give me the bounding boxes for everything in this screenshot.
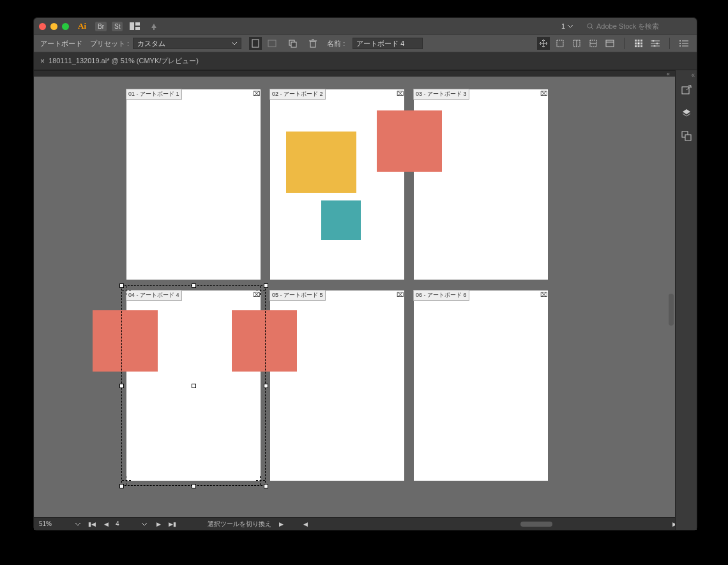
svg-rect-27 xyxy=(638,45,640,47)
control-bar: アートボード プリセット : カスタム 名前 : アートボード 4 xyxy=(34,34,697,52)
last-artboard-icon[interactable]: ▶▮ xyxy=(168,520,177,529)
panel-menu-icon[interactable] xyxy=(678,37,690,50)
extension-icon[interactable] xyxy=(147,19,161,33)
status-dropdown-icon[interactable]: ▶ xyxy=(277,520,285,529)
delete-artboard-icon[interactable] xyxy=(307,37,319,50)
svg-rect-3 xyxy=(153,27,155,30)
svg-rect-0 xyxy=(130,22,134,30)
selection-handle[interactable] xyxy=(192,484,196,488)
shape-yellowRect-0[interactable] xyxy=(286,132,356,193)
artboard-close-icon[interactable]: ⌧ xyxy=(253,292,259,298)
close-tab-icon[interactable]: × xyxy=(40,57,45,66)
artboard-1[interactable]: 01 - アートボード 1⌧ xyxy=(126,89,261,280)
prefs-icon[interactable] xyxy=(649,37,662,50)
move-art-icon[interactable] xyxy=(537,37,550,50)
svg-rect-22 xyxy=(641,40,642,41)
vertical-scrollbar[interactable] xyxy=(669,102,674,492)
arrange-icon[interactable] xyxy=(128,19,142,33)
preset-label: プリセット : xyxy=(90,39,129,49)
minimize-window[interactable] xyxy=(50,23,57,30)
svg-point-34 xyxy=(654,45,656,47)
svg-rect-13 xyxy=(557,40,563,47)
tab-bar: × 180111_132019.ai* @ 51% (CMYK/プレビュー) xyxy=(34,52,697,70)
workspace-label: 1 xyxy=(561,22,565,30)
search-field[interactable]: Adobe Stock を検索 xyxy=(583,20,692,33)
panel-collapser[interactable]: « xyxy=(34,70,675,77)
next-artboard-icon[interactable]: ▶ xyxy=(154,520,163,529)
status-bar: 51% ▮◀ ◀ 4 ▶ ▶▮ 選択ツールを切り換え ▶ ◀ ▶ xyxy=(34,517,675,530)
svg-point-39 xyxy=(679,43,681,44)
svg-point-40 xyxy=(679,45,681,47)
name-input[interactable]: アートボード 4 xyxy=(353,38,423,49)
svg-rect-24 xyxy=(638,43,640,45)
bridge-badge[interactable]: Br xyxy=(95,22,107,31)
right-panel-strip: « xyxy=(675,70,697,530)
close-window[interactable] xyxy=(39,23,46,30)
collapse-icon: « xyxy=(667,71,670,77)
shape-coralRect-4[interactable] xyxy=(232,310,297,372)
export-panel-icon[interactable] xyxy=(679,83,694,97)
artboard-label: 02 - アートボード 2 xyxy=(269,89,326,100)
svg-point-33 xyxy=(656,43,658,45)
crop-1-icon[interactable] xyxy=(554,37,566,50)
preset-value: カスタム xyxy=(137,39,165,49)
svg-rect-18 xyxy=(606,40,614,47)
artboard-close-icon[interactable]: ⌧ xyxy=(540,91,547,97)
svg-rect-6 xyxy=(252,40,259,47)
prev-artboard-icon[interactable]: ◀ xyxy=(102,520,110,529)
workspace-switcher[interactable]: 1 xyxy=(556,22,578,30)
selection-handle[interactable] xyxy=(192,283,196,288)
zoom-dropdown-icon[interactable] xyxy=(73,520,82,529)
document-tab-title[interactable]: 180111_132019.ai* @ 51% (CMYK/プレビュー) xyxy=(49,56,199,66)
crop-3-icon[interactable] xyxy=(587,37,600,50)
scroll-left-icon[interactable]: ◀ xyxy=(301,520,310,529)
svg-rect-21 xyxy=(638,40,640,41)
reference-point-icon[interactable] xyxy=(632,37,645,50)
svg-line-5 xyxy=(591,27,593,29)
artboard-close-icon[interactable]: ⌧ xyxy=(540,292,547,298)
artboard-close-icon[interactable]: ⌧ xyxy=(397,292,403,298)
zoom-window[interactable] xyxy=(62,23,69,30)
orient-landscape-icon[interactable] xyxy=(266,37,278,50)
options-icon[interactable] xyxy=(603,37,616,50)
status-message: 選択ツールを切り換え xyxy=(208,520,271,529)
horizontal-scrollbar[interactable]: ◀ ▶ xyxy=(310,520,670,528)
svg-point-32 xyxy=(653,40,655,42)
layers-panel-icon[interactable] xyxy=(679,106,694,120)
svg-rect-9 xyxy=(291,42,296,47)
artboard-label: 04 - アートボード 4 xyxy=(126,290,182,301)
shape-coralRect-3[interactable] xyxy=(93,310,158,372)
stock-badge[interactable]: St xyxy=(112,22,123,31)
selection-handle[interactable] xyxy=(264,283,268,288)
svg-rect-23 xyxy=(635,43,637,45)
svg-rect-7 xyxy=(268,40,276,47)
artboard-close-icon[interactable]: ⌧ xyxy=(253,91,259,97)
selection-handle[interactable] xyxy=(119,283,124,288)
artboard-6[interactable]: 06 - アートボード 6⌧ xyxy=(414,290,548,481)
orient-portrait-icon[interactable] xyxy=(249,37,262,50)
crop-2-icon[interactable] xyxy=(570,37,583,50)
preset-select[interactable]: カスタム xyxy=(133,38,241,49)
selection-handle[interactable] xyxy=(119,384,124,388)
menubar: Ai Br St 1 Adobe Stock を検索 xyxy=(34,18,697,34)
selection-handle[interactable] xyxy=(264,384,268,388)
artboard-label: 05 - アートボード 5 xyxy=(269,290,326,301)
search-placeholder: Adobe Stock を検索 xyxy=(596,22,659,31)
artboard-number-field[interactable]: 4 xyxy=(116,520,135,527)
svg-rect-28 xyxy=(641,45,642,47)
svg-rect-2 xyxy=(135,27,140,30)
svg-rect-1 xyxy=(135,22,140,26)
artboard-dropdown-icon[interactable] xyxy=(140,520,149,529)
new-artboard-icon[interactable] xyxy=(286,37,299,50)
selection-handle[interactable] xyxy=(264,484,268,488)
canvas[interactable]: 01 - アートボード 1⌧02 - アートボード 2⌧03 - アートボード … xyxy=(34,77,675,517)
artboards-panel-icon[interactable] xyxy=(679,129,694,143)
traffic-lights xyxy=(39,23,69,30)
collapse-panels-icon[interactable]: « xyxy=(691,72,695,79)
selection-handle[interactable] xyxy=(119,484,124,488)
artboard-close-icon[interactable]: ⌧ xyxy=(397,91,403,97)
first-artboard-icon[interactable]: ▮◀ xyxy=(87,520,96,529)
zoom-field[interactable]: 51% xyxy=(39,520,68,527)
shape-tealRect-1[interactable] xyxy=(321,200,361,240)
shape-coralRect-2[interactable] xyxy=(377,110,442,172)
